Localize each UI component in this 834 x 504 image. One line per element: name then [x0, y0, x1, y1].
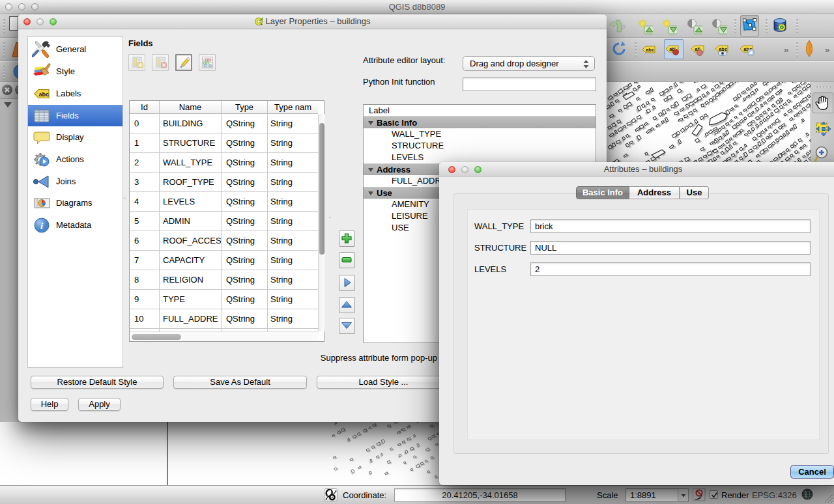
- svg-text:abc: abc: [39, 91, 50, 98]
- svg-text:abc: abc: [646, 47, 654, 53]
